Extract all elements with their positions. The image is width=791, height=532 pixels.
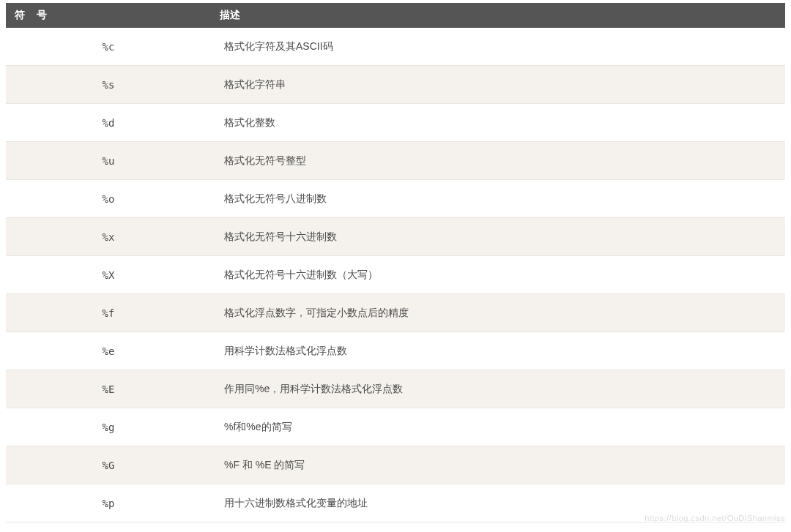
table-row: %x格式化无符号十六进制数 <box>6 218 785 256</box>
description-cell: 格式化字符串 <box>211 68 785 102</box>
header-description: 描述 <box>211 3 785 28</box>
table-row: %d格式化整数 <box>6 104 785 142</box>
symbol-cell: %c <box>6 31 211 63</box>
description-cell: 格式化无符号八进制数 <box>211 182 785 216</box>
description-cell: 作用同%e，用科学计数法格式化浮点数 <box>211 372 785 406</box>
symbol-cell: %x <box>6 221 211 253</box>
table-row: %e用科学计数法格式化浮点数 <box>6 332 785 370</box>
symbol-cell: %s <box>6 69 211 101</box>
table-row: %c格式化字符及其ASCII码 <box>6 28 785 66</box>
symbol-cell: %d <box>6 107 211 139</box>
description-cell: 格式化浮点数字，可指定小数点后的精度 <box>211 296 785 330</box>
description-cell: 格式化无符号十六进制数（大写） <box>211 258 785 292</box>
table-row: %f格式化浮点数字，可指定小数点后的精度 <box>6 294 785 332</box>
description-cell: 格式化无符号十六进制数 <box>211 220 785 254</box>
symbol-cell: %p <box>6 487 211 520</box>
table-row: %s格式化字符串 <box>6 66 785 104</box>
description-cell: %F 和 %E 的简写 <box>211 449 785 482</box>
watermark-text: https://blog.csdn.net/OuDiShanmiss <box>645 514 785 522</box>
description-cell: 格式化无符号整型 <box>211 144 785 178</box>
table-body: %c格式化字符及其ASCII码%s格式化字符串%d格式化整数%u格式化无符号整型… <box>6 28 785 522</box>
symbol-cell: %f <box>6 297 211 329</box>
table-row: %u格式化无符号整型 <box>6 142 785 180</box>
symbol-cell: %o <box>6 183 211 215</box>
symbol-cell: %X <box>6 259 211 291</box>
symbol-cell: %e <box>6 335 211 367</box>
symbol-cell: %g <box>6 411 211 443</box>
table-row: %E作用同%e，用科学计数法格式化浮点数 <box>6 370 785 408</box>
table-row: %G%F 和 %E 的简写 <box>6 446 785 484</box>
description-cell: 用科学计数法格式化浮点数 <box>211 334 785 368</box>
description-cell: 格式化字符及其ASCII码 <box>211 30 785 64</box>
description-cell: %f和%e的简写 <box>211 411 785 444</box>
table-row: %X格式化无符号十六进制数（大写） <box>6 256 785 294</box>
table-row: %o格式化无符号八进制数 <box>6 180 785 218</box>
symbol-cell: %G <box>6 449 211 482</box>
symbol-cell: %u <box>6 145 211 177</box>
symbol-cell: %E <box>6 373 211 405</box>
table-row: %g%f和%e的简写 <box>6 408 785 446</box>
table-header-row: 符 号 描述 <box>6 3 785 28</box>
description-cell: 格式化整数 <box>211 106 785 140</box>
format-specifier-table: 符 号 描述 %c格式化字符及其ASCII码%s格式化字符串%d格式化整数%u格… <box>6 3 785 522</box>
header-symbol: 符 号 <box>6 3 211 28</box>
